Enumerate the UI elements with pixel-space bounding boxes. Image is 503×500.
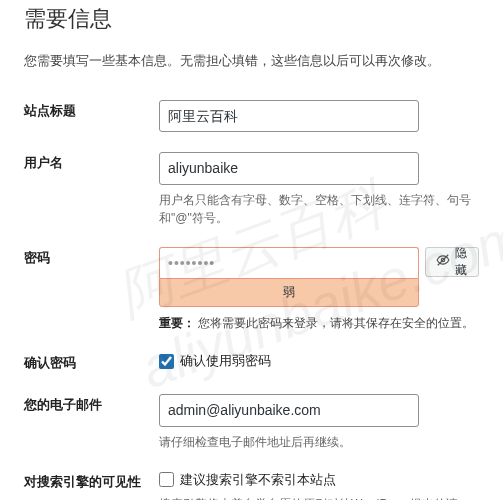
- password-important: 重要： 您将需要此密码来登录，请将其保存在安全的位置。: [159, 315, 479, 332]
- confirm-password-label: 确认密码: [24, 342, 159, 384]
- hide-button-label: 隐藏: [454, 245, 468, 279]
- install-form: 站点标题 用户名 用户名只能含有字母、数字、空格、下划线、连字符、句号和"@"符…: [24, 90, 479, 500]
- password-label: 密码: [24, 237, 159, 342]
- username-hint: 用户名只能含有字母、数字、空格、下划线、连字符、句号和"@"符号。: [159, 191, 479, 227]
- email-label: 您的电子邮件: [24, 384, 159, 460]
- hide-password-button[interactable]: 隐藏: [425, 247, 479, 277]
- username-input[interactable]: [159, 152, 419, 184]
- visibility-checkbox-label: 建议搜索引擎不索引本站点: [180, 471, 336, 489]
- eye-slash-icon: [436, 253, 450, 270]
- visibility-label: 对搜索引擎的可见性: [24, 461, 159, 500]
- email-input[interactable]: [159, 394, 419, 426]
- intro-text: 您需要填写一些基本信息。无需担心填错，这些信息以后可以再次修改。: [24, 52, 479, 70]
- weak-password-checkbox[interactable]: [159, 354, 174, 369]
- username-label: 用户名: [24, 142, 159, 236]
- password-strength: 弱: [159, 278, 419, 307]
- visibility-hint: 搜索引擎将本着自觉自愿的原则对待WordPress提出的请求。并不是所有搜求。: [159, 495, 479, 500]
- email-hint: 请仔细检查电子邮件地址后再继续。: [159, 433, 479, 451]
- password-input[interactable]: [159, 247, 419, 278]
- page-heading: 需要信息: [24, 0, 479, 34]
- site-title-input[interactable]: [159, 100, 419, 132]
- visibility-checkbox[interactable]: [159, 472, 174, 487]
- site-title-label: 站点标题: [24, 90, 159, 142]
- weak-password-checkbox-label: 确认使用弱密码: [180, 352, 271, 370]
